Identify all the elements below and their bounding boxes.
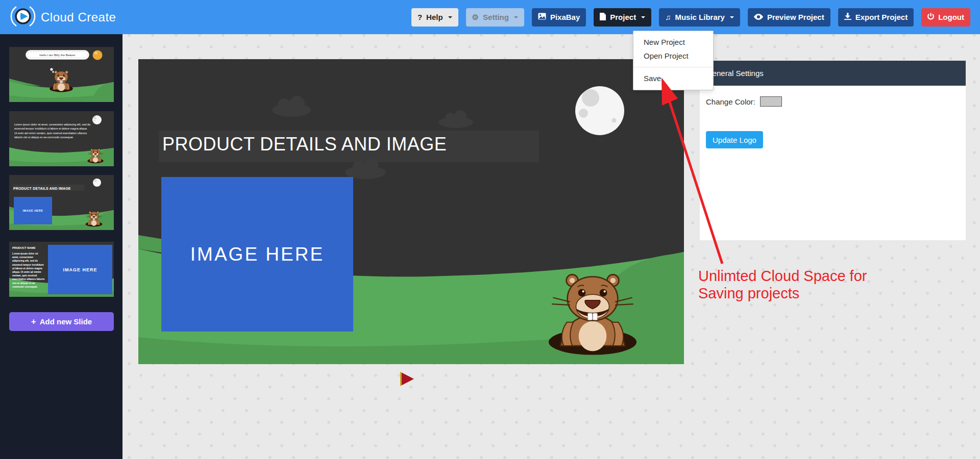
pixabay-button[interactable]: PixaBay [532,8,586,27]
menu-item-new-project[interactable]: New Project [633,35,713,49]
nav-buttons: ? Help ⚙ Setting PixaBay Project ♫ [411,8,970,27]
plus-icon: + [31,317,36,327]
app-root: Cloud Create ? Help ⚙ Setting PixaBay [0,0,980,459]
menu-item-open-project[interactable]: Open Project [633,49,713,63]
slide-thumbnail-1[interactable]: Hello I am Billy the Beaver [9,47,114,102]
canvas-image-placeholder[interactable]: IMAGE HERE [161,177,353,332]
brand: Cloud Create [10,3,116,32]
caret-down-icon [514,16,518,18]
gear-icon: ⚙ [472,13,479,22]
slide-thumbnail-4[interactable]: PRODUCT NAME Lorem ipsum dolor sit amet,… [9,242,114,297]
caret-down-icon [730,16,734,18]
preview-project-button[interactable]: Preview Project [748,8,830,27]
logo-icon [10,3,36,32]
update-logo-button[interactable]: Update Logo [706,131,763,148]
editor-canvas[interactable]: PRODUCT DETAILS AND IMAGE IMAGE HERE [138,59,684,364]
eye-icon [754,13,763,21]
menu-item-save[interactable]: Save [633,71,713,85]
change-color-label: Change Color: [706,97,755,106]
power-icon [927,13,934,21]
add-new-slide-button[interactable]: + Add new Slide [9,312,114,331]
settings-panel-body: Change Color: Update Logo [700,86,966,240]
slide-thumbnail-3[interactable]: PRODUCT DETAILS AND IMAGE IMAGE HERE [9,175,114,230]
speech-bubble: Hello I am Billy the Beaver [26,50,89,60]
canvas-title-text[interactable]: PRODUCT DETAILS AND IMAGE [162,134,447,155]
color-picker-swatch[interactable] [760,96,782,107]
slide-title: PRODUCT DETAILS AND IMAGE [13,187,71,190]
project-dropdown-menu: New Project Open Project Save [633,31,714,90]
project-button[interactable]: Project [594,8,651,27]
annotation-text: Unlimted Cloud Space for Saving projects [698,267,918,302]
slide-thumbnail-2[interactable]: Lorem ipsum dolor sit amet, consectetur … [9,111,114,166]
slide-title: PRODUCT NAME [12,246,36,249]
download-icon [844,13,851,21]
slide-text: Lorem ipsum dolor sit amet, consectetur … [12,252,45,289]
caret-down-icon [641,16,645,18]
menu-divider [633,67,713,67]
image-icon [538,13,546,21]
export-project-button[interactable]: Export Project [838,8,914,27]
general-settings-panel: General Settings Change Color: Update Lo… [700,61,966,240]
help-button[interactable]: ? Help [411,8,458,27]
slides-sidebar: Hello I am Billy the Beaver Lorem ipsum … [0,34,122,459]
setting-button[interactable]: ⚙ Setting [466,8,524,27]
music-icon: ♫ [665,13,671,21]
slide-image-placeholder: IMAGE HERE [14,197,52,224]
file-icon [600,13,606,22]
play-preview-button[interactable] [400,372,414,386]
navbar: Cloud Create ? Help ⚙ Setting PixaBay [0,0,980,34]
music-library-button[interactable]: ♫ Music Library [659,8,740,27]
slide-text: Lorem ipsum dolor sit amet, consectetur … [14,122,91,140]
logout-button[interactable]: Logout [921,8,970,27]
brand-name: Cloud Create [41,10,116,24]
slide-image-placeholder: IMAGE HERE [48,245,112,294]
settings-panel-header: General Settings [700,61,966,86]
caret-down-icon [448,16,452,18]
question-icon: ? [418,13,422,21]
